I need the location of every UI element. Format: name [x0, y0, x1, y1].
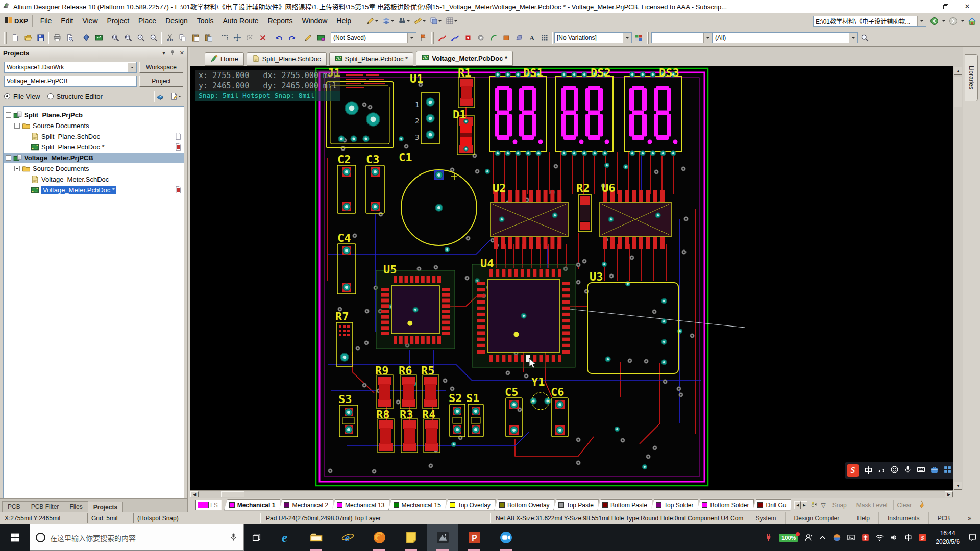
setup-button[interactable] [314, 32, 327, 44]
layer-tab-mechanical-13[interactable]: Mechanical 13 [332, 499, 389, 511]
panel-tab-pcb[interactable]: PCB [2, 501, 26, 512]
pcb-component-U4[interactable] [472, 264, 575, 367]
binoculars-toolbutton[interactable] [397, 15, 411, 27]
status-panel-help[interactable]: Help [848, 512, 878, 524]
layer-tab-top-overlay[interactable]: Top Overlay [445, 499, 496, 511]
pcb-canvas[interactable]: 123J1U1R1D1DS1DS2DS3C2C3C1C4U2R2U6U5U4U3… [190, 66, 953, 490]
grid-ic-toolbutton[interactable] [444, 15, 459, 27]
menu-place[interactable]: Place [134, 15, 161, 27]
mag-page-button[interactable] [109, 32, 121, 44]
clear-button[interactable]: Clear [893, 500, 915, 510]
nav-forward-button[interactable] [947, 15, 959, 27]
text-A-button[interactable]: A [525, 32, 538, 44]
menu-file[interactable]: File [36, 15, 57, 27]
file-view-radio[interactable] [4, 93, 10, 99]
tree-expander[interactable] [14, 123, 20, 129]
menu-design[interactable]: Design [161, 15, 192, 27]
redo-button[interactable] [285, 32, 298, 44]
sogou-input-bar[interactable]: S [845, 462, 953, 479]
layer-set-swatch[interactable]: LS [195, 500, 222, 510]
netdisk-icon[interactable] [832, 533, 841, 542]
mail-icon[interactable] [861, 533, 870, 542]
workspace-dropdown[interactable] [128, 63, 136, 72]
scope-all-combo[interactable]: (All) [713, 32, 858, 43]
paste2-button[interactable] [202, 32, 214, 44]
print-button[interactable] [51, 32, 63, 44]
sogou-zhong-icon[interactable] [864, 465, 872, 475]
sogou-keyboard-icon[interactable] [917, 465, 925, 475]
scroll-left-arrow[interactable]: ◀ [190, 491, 199, 497]
sel-rect-button[interactable] [218, 32, 231, 44]
libraries-tab[interactable]: Libraries [965, 54, 978, 101]
scroll-right-arrow[interactable]: ▶ [945, 491, 953, 497]
panels-flyout-icon[interactable] [918, 500, 925, 510]
document-options-button[interactable] [168, 91, 183, 102]
toolbar-handle[interactable] [4, 32, 7, 44]
taskbar-app-skype[interactable] [490, 524, 522, 551]
dxp-menu[interactable]: DXP [2, 15, 33, 27]
scroll-up-arrow[interactable]: ▲ [954, 67, 962, 75]
taskbar-app-ppt[interactable]: P [458, 524, 490, 551]
save-button[interactable] [34, 32, 47, 44]
tree-item-split-plane-schdoc[interactable]: Split_Plane.SchDoc [4, 131, 184, 142]
mask-level-button[interactable]: Mask Level [853, 500, 891, 510]
paste-button[interactable] [189, 32, 202, 44]
toolbar-handle[interactable] [647, 32, 649, 44]
status-panel-design-compiler[interactable]: Design Compiler [785, 512, 848, 524]
menu-edit[interactable]: Edit [56, 15, 78, 27]
layer-tab-top-paste[interactable]: Top Paste [553, 499, 599, 511]
scroll-down-arrow[interactable]: ▼ [954, 482, 962, 490]
address-dropdown[interactable] [917, 16, 926, 26]
status-panel-instruments[interactable]: Instruments [878, 512, 928, 524]
not-saved-combo[interactable]: (Not Saved) [331, 32, 416, 43]
start-button[interactable] [0, 524, 30, 551]
doc-tab-split-plane-schdoc[interactable]: Split_Plane.SchDoc [247, 52, 327, 66]
variations-button[interactable] [632, 32, 645, 44]
layer-tab-mechanical-1[interactable]: Mechanical 1 [224, 499, 281, 511]
mag-rect-button[interactable] [121, 32, 134, 44]
structure-editor-radio[interactable] [47, 93, 54, 99]
ime-language-icon[interactable] [904, 533, 913, 542]
layer-tab-top-solder[interactable]: Top Solder [651, 499, 698, 511]
layer-pair-icon[interactable] [811, 500, 818, 509]
taskbar-app-ie[interactable]: e [332, 524, 363, 551]
board-3d-button[interactable] [154, 91, 166, 102]
layer-tab-bottom-paste[interactable]: Bottom Paste [597, 499, 652, 511]
mask-query-button[interactable] [858, 32, 871, 44]
menu-auto-route[interactable]: Auto Route [218, 15, 263, 27]
menu-reports[interactable]: Reports [263, 15, 297, 27]
taskbar-clock[interactable]: 16:44 2020/5/6 [933, 529, 963, 545]
people-icon[interactable] [804, 533, 813, 542]
via-ic-button[interactable] [474, 32, 487, 44]
menu-project[interactable]: Project [103, 15, 134, 27]
move-button[interactable] [231, 32, 243, 44]
workspace-button[interactable]: Workspace [139, 62, 183, 73]
copy-button[interactable] [176, 32, 189, 44]
status-panel--[interactable]: » [959, 512, 980, 524]
nav-forward-dropdown[interactable] [961, 20, 964, 23]
pad-ic-button[interactable] [461, 32, 474, 44]
tree-item-split-plane-pcbdoc-[interactable]: Split_Plane.PcbDoc * [4, 142, 184, 153]
sogou-punct-icon[interactable] [877, 465, 886, 475]
nav-home-button[interactable] [966, 15, 978, 27]
pcb-drawing[interactable]: 123J1U1R1D1DS1DS2DS3C2C3C1C4U2R2U6U5U4U3… [190, 66, 953, 490]
preview-button[interactable] [63, 32, 76, 44]
notification-center-icon[interactable] [968, 533, 977, 542]
mag-out-button[interactable] [147, 32, 160, 44]
project-combo[interactable]: Voltage_Meter.PrjPCB [4, 76, 137, 87]
task-view-button[interactable] [244, 524, 268, 551]
tray-expand-chevron[interactable] [818, 533, 827, 542]
tree-item-voltage-meter-schdoc[interactable]: Voltage_Meter.SchDoc [4, 174, 184, 185]
poly-ic-button[interactable] [512, 32, 525, 44]
tree-expander[interactable] [14, 166, 20, 171]
menu-view[interactable]: View [78, 15, 102, 27]
pcb-component-U6[interactable] [600, 190, 671, 249]
horizontal-scroll-thumb[interactable] [221, 491, 244, 497]
sogou-grid2-icon[interactable] [943, 465, 952, 475]
vertical-scrollbar[interactable]: ▲ ▼ [953, 66, 963, 490]
route-b-button[interactable] [449, 32, 461, 44]
workspace-combo[interactable]: Workspace1.DsnWrk [4, 62, 137, 73]
tree-item-split-plane-prjpcb[interactable]: Split_Plane.PrjPcb [4, 110, 184, 120]
snap-button[interactable]: Snap [829, 500, 850, 510]
pcb-component-U5[interactable] [376, 270, 455, 349]
